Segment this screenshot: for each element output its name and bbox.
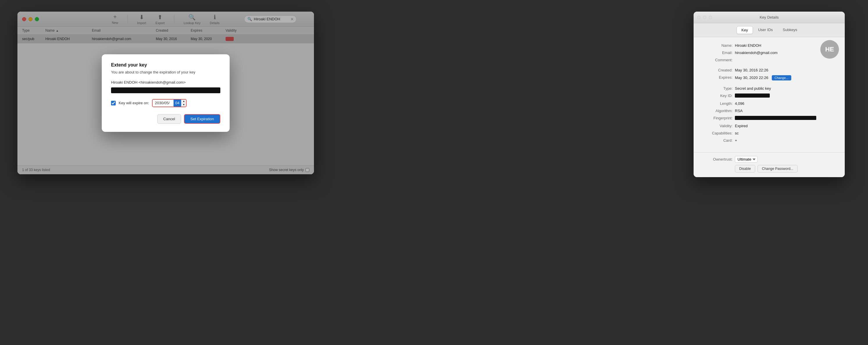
card-value: +: [735, 138, 838, 143]
details-maximize-button[interactable]: [709, 16, 712, 19]
change-expiration-button[interactable]: Change...: [772, 75, 792, 80]
type-value: Secret and public key: [735, 86, 838, 91]
expires-label: Expires:: [701, 75, 733, 79]
algorithm-label: Algorithm:: [701, 109, 733, 113]
detail-length-row: Length: 4,096: [701, 100, 838, 107]
extend-key-dialog: Extend your key You are about to change …: [102, 54, 230, 132]
name-label: Name:: [701, 43, 733, 47]
detail-name-row: Name: Hiroaki ENDOH: [701, 42, 838, 49]
change-password-button[interactable]: Change Password...: [757, 165, 798, 172]
detail-type-row: Type: Secret and public key: [701, 85, 838, 92]
detail-validity-row: Validity: Expired: [701, 122, 838, 130]
date-increment[interactable]: ▲: [181, 100, 186, 103]
keyid-value: [735, 94, 838, 98]
date-spinner[interactable]: ▲ ▼: [181, 100, 186, 107]
detail-capabilities-row: Capabilities: sc: [701, 130, 838, 137]
ownertrust-select[interactable]: Ultimate: [735, 156, 757, 163]
created-label: Created:: [701, 68, 733, 72]
footer-buttons: Disable Change Password...: [735, 165, 838, 172]
dialog-key-name: Hiroaki ENDOH <hiroakiendoh@gmail.com>: [111, 80, 220, 84]
avatar: HE: [820, 40, 839, 59]
ownertrust-label: Ownertrust:: [701, 157, 733, 162]
details-title: Key Details: [760, 15, 779, 20]
key-details-window: Key Details Key User IDs Subkeys HE Name…: [693, 12, 845, 177]
created-value: May 30, 2016 22:26: [735, 68, 838, 72]
keyid-label: Key ID:: [701, 94, 733, 98]
detail-created-row: Created: May 30, 2016 22:26: [701, 67, 838, 74]
details-tabs: Key User IDs Subkeys: [693, 23, 845, 37]
detail-keyid-row: Key ID:: [701, 92, 838, 100]
dialog-buttons: Cancel Set Expiration: [111, 114, 220, 124]
key-id-redacted: [111, 88, 220, 93]
details-footer: Ownertrust: Ultimate Disable Change Pass…: [693, 152, 845, 177]
main-window: + New ⬇ Import ⬆ Export 🔍 Lookup Key: [18, 12, 314, 174]
dialog-overlay: Extend your key You are about to change …: [18, 12, 314, 174]
detail-card-row: Card: +: [701, 137, 838, 144]
card-label: Card:: [701, 138, 733, 143]
type-label: Type:: [701, 86, 733, 91]
tab-key[interactable]: Key: [737, 26, 753, 34]
date-decrement[interactable]: ▼: [181, 103, 186, 107]
date-year-month-input[interactable]: [153, 100, 174, 107]
tab-user-ids[interactable]: User IDs: [753, 26, 778, 34]
length-label: Length:: [701, 101, 733, 106]
details-traffic-lights: [697, 16, 712, 19]
expires-value: May 30, 2020 22:26 Change...: [735, 75, 838, 80]
fingerprint-value: [735, 116, 838, 121]
ownertrust-row: Ownertrust: Ultimate: [701, 156, 838, 163]
detail-fingerprint-row: Fingerprint:: [701, 114, 838, 122]
date-day-highlighted[interactable]: 04: [174, 100, 181, 107]
email-label: Email:: [701, 50, 733, 55]
validity-value: Expired: [735, 124, 838, 128]
detail-email-row: Email: hiroakiendoh@gmail.com: [701, 49, 838, 56]
fingerprint-label: Fingerprint:: [701, 116, 733, 120]
dialog-title: Extend your key: [111, 63, 220, 68]
fingerprint-redacted: [735, 116, 816, 120]
detail-expires-row: Expires: May 30, 2020 22:26 Change...: [701, 74, 838, 82]
algorithm-value: RSA: [735, 109, 838, 113]
details-close-button[interactable]: [697, 16, 701, 19]
length-value: 4,096: [735, 101, 838, 106]
details-titlebar: Key Details: [693, 12, 845, 23]
capabilities-value: sc: [735, 131, 838, 135]
keyid-redacted: [735, 94, 770, 98]
date-input-group[interactable]: 04 ▲ ▼: [152, 99, 187, 107]
details-content: HE Name: Hiroaki ENDOH Email: hiroakiend…: [693, 37, 845, 152]
detail-comment-row: Comment:: [701, 56, 838, 64]
capabilities-label: Capabilities:: [701, 131, 733, 135]
expire-row: Key will expire on: 04 ▲ ▼: [111, 99, 220, 107]
tab-subkeys[interactable]: Subkeys: [778, 26, 802, 34]
set-expiration-button[interactable]: Set Expiration: [184, 114, 220, 124]
comment-label: Comment:: [701, 58, 733, 62]
expire-label: Key will expire on:: [119, 101, 149, 105]
details-minimize-button[interactable]: [703, 16, 706, 19]
cancel-button[interactable]: Cancel: [157, 114, 181, 124]
expire-checkbox[interactable]: [111, 101, 116, 105]
detail-algorithm-row: Algorithm: RSA: [701, 107, 838, 114]
dialog-subtitle: You are about to change the expiration o…: [111, 70, 220, 74]
validity-label: Validity:: [701, 124, 733, 128]
disable-button[interactable]: Disable: [735, 165, 755, 172]
